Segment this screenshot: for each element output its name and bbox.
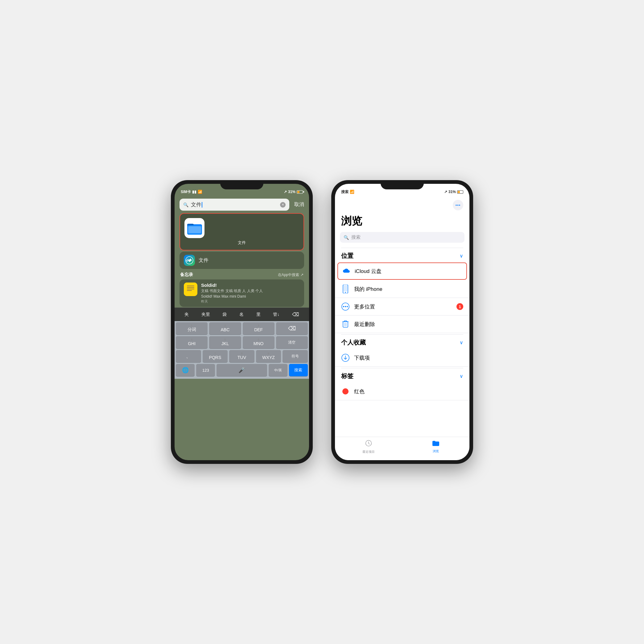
right-battery-area: ↗ 31% <box>444 190 463 194</box>
key-jkl[interactable]: 5 JKL <box>209 336 241 349</box>
right-phone: 搜索 📶 ↗ 31% ••• <box>331 180 473 464</box>
locations-title: 位置 <box>341 252 353 260</box>
main-container: SIM卡 ▮▮ 📶 ↗ 31% <box>159 168 485 476</box>
more-locations-label: 更多位置 <box>354 303 456 310</box>
left-gps-icon: ↗ <box>284 190 287 194</box>
safari-icon <box>184 255 195 266</box>
red-tag-icon <box>341 387 350 396</box>
key-backspace[interactable]: ⌫ <box>276 322 308 335</box>
key-search[interactable]: 搜索 <box>289 364 308 376</box>
locations-section-header[interactable]: 位置 ∨ <box>335 248 469 262</box>
svg-rect-9 <box>187 286 194 286</box>
right-gps-icon: ↗ <box>444 190 447 194</box>
downloads-row[interactable]: 下载项 <box>335 349 469 367</box>
key-pqrs[interactable]: 7 PQRS <box>203 350 228 362</box>
right-status-left: 搜索 📶 <box>341 189 354 195</box>
recently-deleted-row[interactable]: 最近删除 <box>335 316 469 333</box>
trash-icon <box>341 320 350 328</box>
suggestion-manage: 管↓ <box>270 311 282 319</box>
search-cancel-row: 🔍 文件 ✕ 取消 <box>180 199 304 211</box>
carrier-text: SIM卡 <box>181 189 191 195</box>
key-left-punct[interactable]: 、 <box>176 350 201 362</box>
icloud-row[interactable]: iCloud 云盘 <box>338 263 466 279</box>
svg-rect-10 <box>187 287 194 288</box>
downloads-icon <box>341 353 350 362</box>
svg-rect-3 <box>188 226 201 233</box>
key-def[interactable]: 3 DEF <box>243 322 275 335</box>
browse-title: 浏览 <box>335 214 469 232</box>
more-locations-icon <box>341 302 350 311</box>
svg-point-18 <box>345 306 346 307</box>
notes-section-title: 备忘录 <box>180 272 193 278</box>
svg-rect-11 <box>187 289 194 289</box>
tab-browse[interactable]: 浏览 <box>402 440 469 454</box>
files-search-bar[interactable]: 🔍 搜索 <box>340 232 464 243</box>
key-ghi[interactable]: 4 GHI <box>176 336 208 349</box>
search-in-app-link[interactable]: 在App中搜索 ↗ <box>278 272 303 278</box>
key-clear[interactable]: 清空 <box>276 336 308 349</box>
recently-deleted-label: 最近删除 <box>354 321 463 328</box>
key-mic[interactable]: 🎤 <box>217 364 267 376</box>
left-screen: SIM卡 ▮▮ 📶 ↗ 31% <box>175 184 309 460</box>
red-tag-row[interactable]: 红色 <box>335 383 469 400</box>
search-icon-left: 🔍 <box>183 202 188 207</box>
right-screen: 搜索 📶 ↗ 31% ••• <box>335 184 469 460</box>
icloud-row-highlighted[interactable]: iCloud 云盘 <box>337 262 467 280</box>
delete-suggestion-key[interactable]: ⌫ <box>290 310 302 319</box>
notes-date: 昨天 <box>201 299 300 304</box>
search-clear-button[interactable]: ✕ <box>280 202 286 208</box>
tags-section-header[interactable]: 标签 ∨ <box>335 368 469 383</box>
tab-recents[interactable]: 最近项目 <box>335 440 402 454</box>
files-search-placeholder: 搜索 <box>351 234 361 240</box>
sim-icon: ▮▮ <box>192 190 196 194</box>
favorites-chevron: ∨ <box>460 340 463 345</box>
key-mno[interactable]: 6 MNO <box>243 336 275 349</box>
key-fenci[interactable]: 1 分词 <box>176 322 208 335</box>
wifi-icon-right: 📶 <box>350 190 354 194</box>
key-zh-en[interactable]: 中/英 <box>269 364 287 376</box>
search-bar-area: 🔍 文件 ✕ 取消 <box>175 197 309 213</box>
notes-section-header: 备忘录 在App中搜索 ↗ <box>175 270 309 279</box>
svg-rect-22 <box>344 321 347 322</box>
locations-chevron: ∨ <box>460 253 463 259</box>
notes-title: Soldid! <box>201 283 300 288</box>
suggestion-folder2: 夹里 <box>199 311 213 319</box>
keyboard[interactable]: 1 分词 2 ABC 3 DEF ⌫ <box>175 321 309 379</box>
svg-rect-12 <box>187 290 192 291</box>
my-iphone-row[interactable]: 我的 iPhone <box>335 280 469 298</box>
suggestion-name: 名 <box>237 311 246 319</box>
suggestion-bag: 袋 <box>220 311 229 319</box>
right-battery-icon <box>457 190 463 194</box>
more-options-button[interactable]: ••• <box>453 200 463 210</box>
search-cursor <box>202 202 202 208</box>
key-tuv[interactable]: 8 TUV <box>229 350 254 362</box>
key-globe[interactable]: 🌐 <box>176 364 195 376</box>
search-bar[interactable]: 🔍 文件 ✕ <box>180 199 289 211</box>
red-tag-label: 红色 <box>354 388 463 395</box>
favorites-section-header[interactable]: 个人收藏 ∨ <box>335 335 469 349</box>
clock-icon <box>365 440 372 449</box>
key-abc[interactable]: 2 ABC <box>209 322 241 335</box>
right-battery-pct: 31% <box>448 190 456 194</box>
svg-point-17 <box>343 306 344 307</box>
svg-line-30 <box>369 444 369 444</box>
key-symbol[interactable]: 符号 <box>283 350 308 362</box>
search-input-text: 文件 <box>191 201 202 208</box>
more-locations-row[interactable]: 更多位置 1 <box>335 298 469 316</box>
files-header: ••• <box>335 197 469 214</box>
downloads-label: 下载项 <box>354 354 463 361</box>
safari-files-result[interactable]: 文件 <box>180 252 304 269</box>
files-app-result-highlighted[interactable]: 文件 <box>180 213 304 250</box>
files-app-icon <box>184 218 204 238</box>
wifi-icon-left: 📶 <box>198 190 202 194</box>
cancel-button[interactable]: 取消 <box>292 201 304 208</box>
keyboard-row-3: 、 7 PQRS 8 TUV 9 WXYZ <box>176 350 308 362</box>
notes-result-item[interactable]: Soldid! 文稿 书面文件 文稿 纸质 人 人类 个人 Soldid! Ma… <box>180 279 304 307</box>
tab-browse-label: 浏览 <box>433 449 439 453</box>
tags-chevron: ∨ <box>460 373 463 379</box>
key-wxyz[interactable]: 9 WXYZ <box>256 350 281 362</box>
icloud-label: iCloud 云盘 <box>355 268 463 275</box>
key-123[interactable]: 123 <box>196 364 215 376</box>
right-battery-fill <box>458 191 460 193</box>
iphone-device-icon <box>341 285 350 293</box>
